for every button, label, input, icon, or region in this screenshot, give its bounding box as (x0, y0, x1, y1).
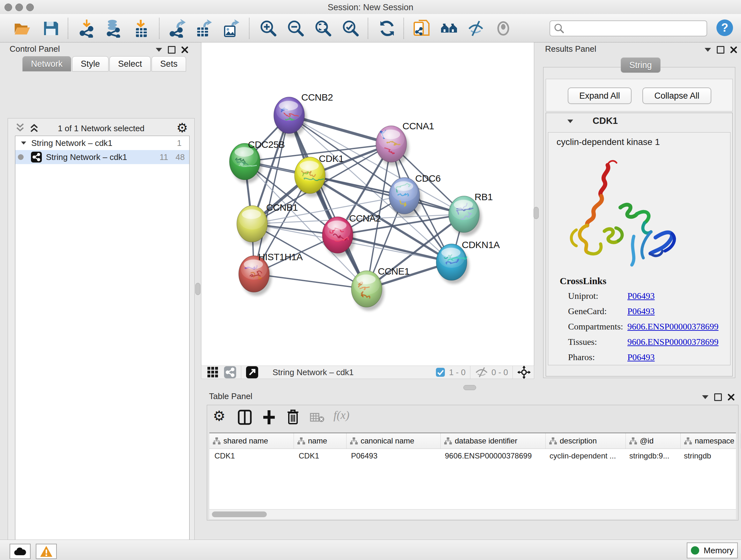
tab-network[interactable]: Network (22, 56, 71, 71)
export-image-icon[interactable] (221, 19, 240, 38)
network-collection-row[interactable]: String Network – cdk1 1 (15, 136, 189, 150)
import-network-from-database-icon[interactable] (104, 19, 123, 38)
crosslink-link[interactable]: P06493 (627, 352, 655, 362)
warnings-button[interactable] (36, 544, 57, 559)
panel-menu-icon[interactable] (702, 395, 709, 399)
crosslink-row: GeneCard:P06493 (548, 306, 730, 321)
import-network-from-file-icon[interactable] (77, 19, 96, 38)
zoom-out-icon[interactable] (286, 19, 305, 38)
first-neighbors-icon[interactable] (440, 19, 458, 38)
title-bar: Session: New Session (0, 0, 741, 14)
string-network-badge-icon[interactable] (224, 366, 237, 379)
tab-select[interactable]: Select (110, 56, 151, 71)
collapse-all-button[interactable]: Collapse All (643, 87, 711, 104)
crosslink-link[interactable]: 9606.ENSP00000378699 (627, 337, 718, 347)
table-horizontal-scrollbar[interactable] (209, 509, 736, 519)
table-cell[interactable]: CDK1 (209, 451, 293, 460)
search-input[interactable] (567, 22, 702, 34)
panel-menu-icon[interactable] (704, 48, 711, 52)
node-table: shared namenamecanonical namedatabase id… (209, 433, 736, 510)
float-panel-icon[interactable] (717, 46, 724, 54)
zoom-fit-icon[interactable] (314, 19, 333, 38)
float-panel-icon[interactable] (168, 46, 176, 54)
column-type-icon (629, 437, 637, 445)
float-panel-icon[interactable] (714, 393, 722, 401)
gene-symbol: CDK1 (593, 116, 618, 126)
close-panel-icon[interactable] (728, 394, 735, 401)
table-cell[interactable]: stringdb (679, 451, 739, 460)
table-cell[interactable]: CDK1 (293, 451, 346, 460)
node-CCNA1[interactable] (376, 126, 409, 166)
table-row[interactable]: CDK1CDK1P064939606.ENSP00000378699cyclin… (209, 449, 736, 463)
node-label-CCNE1: CCNE1 (378, 266, 409, 276)
section-expander-icon[interactable] (567, 120, 573, 123)
network-graph[interactable]: CCNB2CCNA1CDC25BCDK1CDC6RB1CCNB1CCNA2CDK… (201, 43, 534, 366)
crosslinks-heading: CrossLinks (560, 275, 606, 287)
memory-button[interactable]: Memory (687, 543, 738, 558)
column-header--id[interactable]: @id (626, 433, 681, 449)
vertical-splitter-handle[interactable] (195, 283, 200, 295)
tab-sets[interactable]: Sets (151, 56, 186, 71)
memory-label: Memory (704, 546, 734, 556)
save-session-icon[interactable] (42, 19, 60, 38)
hidden-eye-icon (475, 367, 488, 378)
node-CCNB2[interactable] (274, 97, 307, 137)
help-icon[interactable]: ? (716, 18, 734, 37)
pan-crosshair-icon[interactable] (517, 366, 531, 379)
column-header-database-identifier[interactable]: database identifier (441, 433, 546, 449)
crosslink-row: Uniprot:P06493 (548, 291, 730, 306)
table-cell[interactable]: P06493 (346, 451, 440, 460)
hide-selection-icon[interactable] (467, 19, 485, 38)
warning-icon (40, 545, 53, 557)
vertical-splitter-handle[interactable] (534, 207, 539, 219)
delete-column-icon[interactable] (286, 409, 300, 425)
network-collection-label: String Network – cdk1 (31, 138, 112, 148)
cloud-status-button[interactable] (10, 544, 30, 559)
close-panel-icon[interactable] (181, 46, 188, 53)
export-table-icon[interactable] (194, 19, 212, 38)
tab-string[interactable]: String (621, 57, 661, 73)
zoom-in-icon[interactable] (259, 19, 278, 38)
column-header-shared-name[interactable]: shared name (209, 433, 294, 449)
panel-menu-icon[interactable] (156, 48, 162, 52)
create-column-icon[interactable] (262, 410, 276, 425)
node-CCNE1[interactable] (351, 271, 384, 311)
column-header-namespace[interactable]: namespace (681, 433, 741, 449)
table-options-gear-icon[interactable]: ⚙ (213, 408, 225, 424)
table-cell[interactable]: stringdb:9... (624, 451, 679, 460)
export-network-icon[interactable] (168, 19, 186, 38)
open-session-icon[interactable] (13, 19, 31, 38)
column-header-description[interactable]: description (546, 433, 626, 449)
open-in-new-icon[interactable] (246, 366, 259, 379)
selected-checkbox-icon[interactable] (435, 368, 445, 377)
show-all-icon[interactable] (494, 19, 513, 38)
crosslink-link[interactable]: P06493 (627, 306, 655, 316)
expand-all-button[interactable]: Expand All (568, 87, 631, 104)
network-view[interactable]: CCNB2CCNA1CDC25BCDK1CDC6RB1CCNB1CCNA2CDK… (201, 42, 534, 366)
edge-CDK1-RB1[interactable] (310, 175, 464, 214)
apply-preferred-layout-icon[interactable] (378, 19, 396, 38)
current-network-dot-icon (18, 154, 23, 160)
table-cell[interactable]: cyclin-dependent ... (544, 451, 624, 460)
column-header-name[interactable]: name (294, 433, 347, 449)
node-label-RB1: RB1 (475, 192, 493, 202)
crosslink-link[interactable]: 9606.ENSP00000378699 (627, 321, 718, 332)
thumbnail-grid-icon[interactable] (206, 366, 219, 379)
network-row[interactable]: String Network – cdk1 11 48 (15, 150, 189, 164)
tab-style[interactable]: Style (72, 56, 109, 71)
import-table-from-file-icon[interactable] (132, 19, 151, 38)
search-field (549, 20, 707, 37)
window-title: Session: New Session (0, 3, 741, 12)
crosslink-link[interactable]: P06493 (627, 291, 655, 301)
show-columns-icon[interactable] (238, 410, 252, 425)
tree-expander-icon[interactable] (21, 141, 26, 145)
network-options-gear-icon[interactable]: ⚙ (177, 120, 188, 135)
column-header-canonical-name[interactable]: canonical name (347, 433, 441, 449)
zoom-selected-icon[interactable] (341, 19, 360, 38)
close-panel-icon[interactable] (730, 46, 737, 53)
scrollbar-thumb[interactable] (212, 511, 267, 517)
table-panel: Table Panel ⚙ f(x) shared namenamecanoni… (199, 382, 741, 540)
new-network-from-selection-icon[interactable] (412, 19, 431, 38)
table-cell[interactable]: 9606.ENSP00000378699 (440, 451, 544, 460)
node-count: 11 (159, 152, 168, 162)
